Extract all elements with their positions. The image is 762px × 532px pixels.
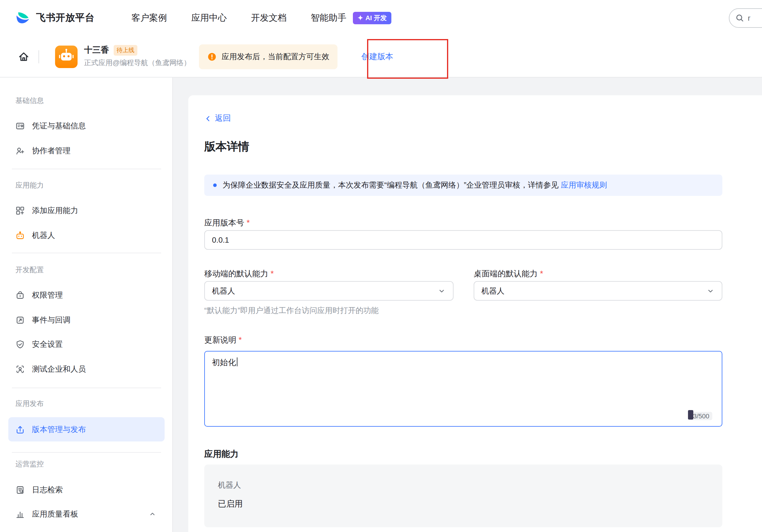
required-mark: * <box>247 218 250 227</box>
required-mark: * <box>540 269 543 278</box>
review-notice-banner: 为保障企业数据安全及应用质量，本次发布需要“编程导航（鱼鸢网络）”企业管理员审核… <box>204 174 722 196</box>
sidebar-item-version-release[interactable]: 版本管理与发布 <box>8 417 165 441</box>
review-rules-link[interactable]: 应用审核规则 <box>561 180 607 189</box>
release-notes-label: 更新说明* <box>204 335 242 346</box>
sidebar-item-label: 安全设置 <box>32 339 63 350</box>
mobile-capability-value: 机器人 <box>212 286 235 296</box>
chevron-up-icon[interactable] <box>149 510 156 518</box>
robot-icon <box>15 231 25 240</box>
sidebar-divider <box>12 388 161 388</box>
home-icon[interactable] <box>18 51 30 62</box>
version-detail-card: 返回 版本详情 为保障企业数据安全及应用质量，本次发布需要“编程导航（鱼鸢网络）… <box>188 95 762 532</box>
back-label: 返回 <box>215 113 231 124</box>
sidebar-item-events[interactable]: 事件与回调 <box>8 308 165 332</box>
top-navigation: 飞书开放平台 客户案例 应用中心 开发文档 智能助手 ✦AI 开发 r <box>0 0 762 36</box>
search-text-fragment: r <box>748 14 750 23</box>
sidebar-item-label: 事件与回调 <box>32 314 70 325</box>
nav-menu: 客户案例 应用中心 开发文档 智能助手 <box>131 12 346 24</box>
app-subtitle: 正式应用@编程导航（鱼鸢网络） <box>84 58 190 68</box>
event-callback-icon <box>15 315 25 325</box>
sparkle-icon: ✦ <box>358 14 363 22</box>
sidebar-item-permissions[interactable]: 权限管理 <box>8 283 165 307</box>
status-badge: 待上线 <box>114 45 137 56</box>
capability-section-title: 应用能力 <box>204 448 239 460</box>
create-version-button[interactable]: 创建版本 <box>361 51 393 62</box>
page-title: 版本详情 <box>204 139 249 155</box>
mobile-capability-select[interactable]: 机器人 <box>204 281 454 300</box>
chevron-left-icon <box>204 114 212 122</box>
sidebar-item-label: 权限管理 <box>32 290 63 300</box>
back-link[interactable]: 返回 <box>204 113 231 124</box>
sidebar-item-credentials[interactable]: 凭证与基础信息 <box>8 114 165 138</box>
robot-avatar-icon <box>56 46 76 67</box>
default-capability-hint: “默认能力”即用户通过工作台访问应用时打开的功能 <box>204 305 379 316</box>
sidebar-item-collaborators[interactable]: 协作者管理 <box>8 139 165 163</box>
notice-text: 为保障企业数据安全及应用质量，本次发布需要“编程导航（鱼鸢网络）”企业管理员审核… <box>223 180 607 191</box>
sidebar-item-label: 添加应用能力 <box>32 205 78 216</box>
mouse-cursor <box>688 410 694 420</box>
release-notes-value: 初始化 <box>212 358 236 367</box>
app-name: 十三香 <box>84 45 109 56</box>
sidebar: 基础信息 凭证与基础信息 协作者管理 应用能力 添加应用能力 机器人 开发配置 … <box>0 78 173 532</box>
sidebar-item-label: 测试企业和人员 <box>32 364 86 374</box>
sidebar-item-label: 协作者管理 <box>32 145 70 156</box>
sidebar-section-dev-config: 开发配置 <box>15 265 44 275</box>
char-count: 3/500 <box>690 412 712 420</box>
capability-item-name: 机器人 <box>218 480 709 491</box>
chevron-down-icon <box>437 287 446 295</box>
required-mark: * <box>239 336 242 344</box>
nav-item-assistant[interactable]: 智能助手 <box>311 12 346 24</box>
mobile-capability-label: 移动端的默认能力* <box>204 269 274 279</box>
warning-text: 应用发布后，当前配置方可生效 <box>221 51 329 62</box>
add-capability-icon <box>15 206 25 215</box>
sidebar-section-capabilities: 应用能力 <box>15 180 44 191</box>
capability-box: 机器人 已启用 <box>204 465 722 527</box>
version-number-label: 应用版本号* <box>204 218 250 229</box>
collaborator-icon <box>15 146 25 155</box>
sidebar-divider <box>12 168 161 169</box>
sidebar-item-test-company[interactable]: 测试企业和人员 <box>8 357 165 381</box>
sidebar-item-log-search[interactable]: 日志检索 <box>8 478 165 502</box>
ai-badge-label: AI 开发 <box>365 14 387 23</box>
sidebar-item-label: 机器人 <box>32 230 55 240</box>
chevron-down-icon <box>706 287 715 295</box>
nav-item-cases[interactable]: 客户案例 <box>131 12 167 24</box>
permission-icon <box>15 290 25 300</box>
sidebar-item-label: 凭证与基础信息 <box>32 120 86 131</box>
header-divider <box>38 50 39 63</box>
app-icon <box>55 45 78 68</box>
credential-icon <box>15 121 25 130</box>
release-upload-icon <box>15 425 25 434</box>
sidebar-divider <box>12 253 161 253</box>
notice-dot-icon <box>213 183 217 187</box>
publish-warning-banner: 应用发布后，当前配置方可生效 <box>199 44 338 69</box>
desktop-capability-label: 桌面端的默认能力* <box>474 269 543 279</box>
sidebar-item-bot[interactable]: 机器人 <box>8 223 165 247</box>
sidebar-section-release: 应用发布 <box>15 399 44 409</box>
sidebar-item-security[interactable]: 安全设置 <box>8 332 165 356</box>
shield-icon <box>15 339 25 349</box>
nav-item-app-center[interactable]: 应用中心 <box>191 12 227 24</box>
search-input[interactable]: r <box>729 8 762 28</box>
sidebar-section-basic-info: 基础信息 <box>15 96 44 106</box>
warning-icon <box>207 52 217 61</box>
sidebar-section-monitoring: 运营监控 <box>15 459 44 469</box>
sidebar-divider <box>12 452 161 453</box>
feishu-logo[interactable]: 飞书开放平台 <box>15 10 95 26</box>
brand-name: 飞书开放平台 <box>36 12 95 24</box>
test-scan-icon <box>15 364 25 374</box>
sidebar-item-quality-dashboard[interactable]: 应用质量看板 <box>8 502 165 526</box>
release-notes-textarea[interactable]: 初始化 3/500 <box>204 351 722 427</box>
log-search-icon <box>15 485 25 495</box>
desktop-capability-select[interactable]: 机器人 <box>474 281 722 300</box>
search-icon <box>735 14 744 23</box>
nav-item-docs[interactable]: 开发文档 <box>251 12 286 24</box>
sidebar-item-label: 应用质量看板 <box>32 509 78 519</box>
desktop-capability-value: 机器人 <box>481 286 504 296</box>
text-caret <box>237 358 237 366</box>
sidebar-item-add-capability[interactable]: 添加应用能力 <box>8 198 165 223</box>
app-header: 十三香 待上线 正式应用@编程导航（鱼鸢网络） 应用发布后，当前配置方可生效 创… <box>0 36 762 78</box>
bar-chart-icon <box>15 509 25 519</box>
version-number-input[interactable] <box>204 230 722 250</box>
ai-dev-badge[interactable]: ✦AI 开发 <box>353 12 392 24</box>
